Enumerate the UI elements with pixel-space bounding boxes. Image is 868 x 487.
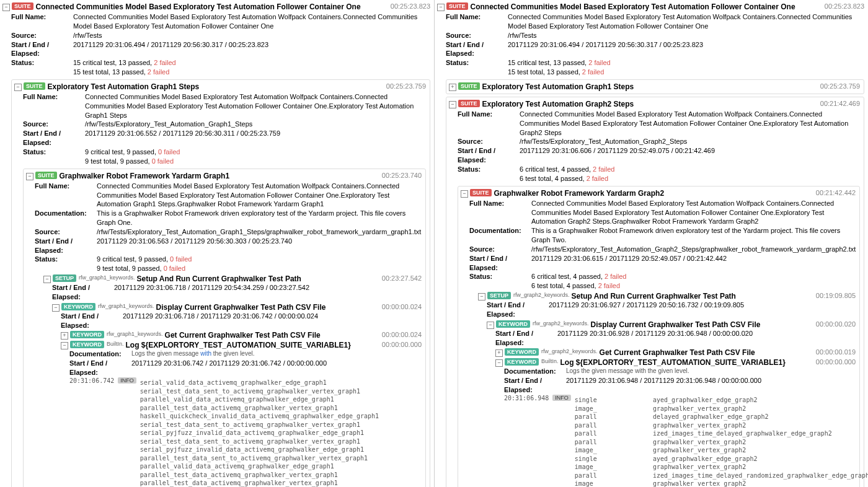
setup-row: − SETUP rfw_graph1_keywords. Setup And R… <box>43 274 422 283</box>
kw-title[interactable]: Log ${EXPLORTORY_TEST_AUTOMATION_SUITE_V… <box>560 358 786 367</box>
collapse-icon[interactable]: − <box>449 101 456 108</box>
kw-library: BuiltIn. <box>541 358 559 364</box>
source-value: /rfw/Tests <box>73 31 430 40</box>
collapse-icon[interactable]: − <box>437 4 445 11</box>
collapse-icon[interactable]: − <box>43 276 51 283</box>
setup-badge: SETUP <box>487 292 511 299</box>
label-start-end: Start / End / Elapsed: <box>11 40 73 59</box>
setup-title[interactable]: Setup And Run Current Graphwalker Test P… <box>137 274 301 283</box>
suite-title[interactable]: Connected Communities Model Based Explor… <box>471 2 795 11</box>
suite-time: 00:21:42.469 <box>820 100 860 107</box>
suite-badge: SUITE <box>35 172 57 179</box>
kw-library: rfw_graph2_keywords. <box>533 320 589 327</box>
expand-icon[interactable]: + <box>449 84 456 91</box>
setup-title[interactable]: Setup And Run Current Graphwalker Test P… <box>572 292 736 301</box>
kw-time: 00:00:00.000 <box>382 341 422 348</box>
kw-time: 00:00:00.019 <box>816 348 856 356</box>
collapse-icon[interactable]: − <box>14 84 22 91</box>
kw-title[interactable]: Get Current Graphwalker Test Path CSV Fi… <box>165 331 321 340</box>
log-timestamp: 20:31:06.742 <box>69 377 114 384</box>
collapse-icon[interactable]: − <box>478 293 485 301</box>
suite-time: 00:25:23.759 <box>820 82 860 90</box>
start-end-value: 20171129 20:31:06.494 / 20171129 20:56:3… <box>73 40 430 50</box>
suite-time: 00:25:23.740 <box>382 172 422 179</box>
keyword-badge: KEYWORD <box>70 341 104 348</box>
label-full-name: Full Name: <box>11 12 73 22</box>
suite-badge: SUITE <box>446 2 468 10</box>
keyword-badge: KEYWORD <box>70 331 104 338</box>
kw-title[interactable]: Display Current Graphwalker Test Path CS… <box>591 320 761 329</box>
collapse-icon[interactable]: − <box>61 342 68 349</box>
keyword-row: − KEYWORD rfw_graph2_keywords. Display C… <box>487 320 856 329</box>
kw-time: 00:00:00.000 <box>816 358 856 366</box>
collapse-icon[interactable]: − <box>487 322 494 329</box>
kw-doc: Logs the given message with the given le… <box>131 349 422 358</box>
label-status: Status: <box>11 58 73 68</box>
kw-time: 00:00:00.024 <box>382 331 422 338</box>
keyword-row: + KEYWORD rfw_graph1_keywords. Get Curre… <box>61 331 422 340</box>
suite-badge: SUITE <box>24 82 45 90</box>
info-level-badge: INFO <box>552 395 571 401</box>
keyword-badge: KEYWORD <box>496 320 530 328</box>
suite-badge: SUITE <box>12 2 33 10</box>
collapse-icon[interactable]: − <box>495 359 503 367</box>
right-column: − SUITE Connected Communities Model Base… <box>434 0 868 487</box>
suite-time: 00:25:23.823 <box>391 2 430 10</box>
suite-time: 00:25:23.759 <box>386 82 426 90</box>
kw-library: rfw_graph1_keywords. <box>79 274 135 281</box>
suite-top: − SUITE Connected Communities Model Base… <box>437 2 864 11</box>
suite-title[interactable]: Graphwalker Robot Framework Yardarm Grap… <box>60 172 230 180</box>
kw-library: rfw_graph2_keywords. <box>541 348 598 354</box>
keyword-badge: KEYWORD <box>61 303 95 310</box>
keyword-badge: KEYWORD <box>505 348 539 356</box>
suite-top: − SUITE Connected Communities Model Base… <box>2 2 430 11</box>
log-output: single image_ parall parall parall paral… <box>575 395 868 487</box>
keyword-row: − KEYWORD BuiltIn. Log ${EXPLORTORY_TEST… <box>61 341 422 349</box>
full-name-value: Connected Communities Model Based Explor… <box>73 12 430 31</box>
setup-badge: SETUP <box>53 274 76 282</box>
suite-steps2: − SUITE Exploratory Test Automation Grap… <box>446 97 864 487</box>
suite-steps: − SUITE Exploratory Test Automation Grap… <box>11 79 430 487</box>
status-value-2: 15 test total, 13 passed, 2 failed <box>73 68 430 77</box>
keyword-badge: KEYWORD <box>505 358 539 366</box>
keyword-row: − KEYWORD BuiltIn. Log ${EXPLORTORY_TEST… <box>495 358 856 367</box>
suite-title[interactable]: Exploratory Test Automation Graph1 Steps <box>482 82 634 91</box>
kw-title[interactable]: Display Current Graphwalker Test Path CS… <box>156 303 326 312</box>
kw-time: 00:00:00.024 <box>382 303 422 310</box>
expand-icon[interactable]: + <box>495 349 503 357</box>
suite-badge: SUITE <box>470 189 492 196</box>
collapse-icon[interactable]: − <box>26 173 33 180</box>
collapse-icon[interactable]: − <box>52 304 60 312</box>
keyword-row: + KEYWORD rfw_graph2_keywords. Get Curre… <box>495 348 856 357</box>
kw-library: rfw_graph1_keywords. <box>107 331 163 337</box>
keyword-row: − KEYWORD rfw_graph1_keywords. Display C… <box>52 303 422 312</box>
suite-badge: SUITE <box>458 82 480 90</box>
log-output: serial_valid_data_activemq_graphwalker_e… <box>140 379 379 487</box>
suite-title[interactable]: Exploratory Test Automation Graph1 Steps <box>48 82 200 91</box>
kw-time: 00:00:00.020 <box>816 320 856 328</box>
collapse-icon[interactable]: − <box>461 190 468 198</box>
suite-badge: SUITE <box>458 100 480 107</box>
expand-icon[interactable]: + <box>61 332 68 340</box>
suite-title[interactable]: Exploratory Test Automation Graph2 Steps <box>482 100 634 108</box>
kw-title[interactable]: Get Current Graphwalker Test Path CSV Fi… <box>600 348 755 357</box>
suite-steps-collapsed: + SUITE Exploratory Test Automation Grap… <box>446 79 864 94</box>
info-level-badge: INFO <box>118 377 136 384</box>
kw-library: rfw_graph1_keywords. <box>98 303 154 309</box>
kw-library: BuiltIn. <box>107 341 124 347</box>
kw-library: rfw_graph2_keywords. <box>513 292 570 298</box>
suite-time: 00:25:23.823 <box>825 2 864 10</box>
suite-yardarm: − SUITE Graphwalker Robot Framework Yard… <box>23 169 426 487</box>
setup-time: 00:19:09.805 <box>816 292 856 299</box>
log-timestamp: 20:31:06.948 <box>504 395 549 401</box>
setup-row: − SETUP rfw_graph2_keywords. Setup And R… <box>478 292 856 301</box>
left-column: − SUITE Connected Communities Model Base… <box>0 0 434 487</box>
suite-time: 00:21:42.442 <box>816 189 856 196</box>
suite-yardarm2: − SUITE Graphwalker Robot Framework Yard… <box>458 186 860 487</box>
label-source: Source: <box>11 31 73 40</box>
kw-title[interactable]: Log ${EXPLORTORY_TEST_AUTOMATION_SUITE_V… <box>126 341 351 349</box>
collapse-icon[interactable]: − <box>2 4 10 11</box>
suite-title[interactable]: Connected Communities Model Based Explor… <box>36 2 361 11</box>
status-value: 15 critical test, 13 passed, 2 failed <box>73 58 430 68</box>
suite-title[interactable]: Graphwalker Robot Framework Yardarm Grap… <box>494 189 665 198</box>
